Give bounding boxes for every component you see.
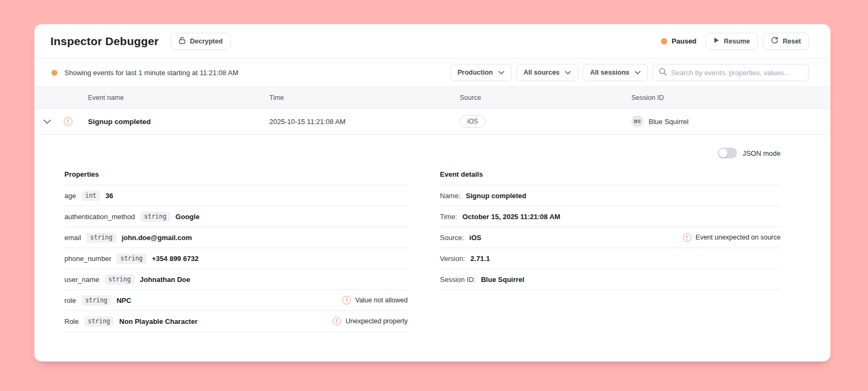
event-details-panel: JSON mode Properties age int 36 authenti… xyxy=(34,135,830,332)
property-value: Google xyxy=(175,213,200,221)
warning-text: Unexpected property xyxy=(345,317,408,325)
json-mode-label: JSON mode xyxy=(742,149,781,157)
detail-label: Source: xyxy=(440,234,464,242)
property-value: Johnathan Doe xyxy=(140,276,190,284)
warning-text: Value not allowed xyxy=(355,296,408,304)
event-details-heading: Event details xyxy=(440,170,781,185)
property-key: Role xyxy=(64,317,79,325)
event-name-cell: Signup completed xyxy=(88,118,269,126)
property-row-email: email string john.doe@gmail.com xyxy=(64,227,408,248)
property-warning: Unexpected property xyxy=(333,317,408,325)
column-time: Time xyxy=(269,94,460,102)
property-value: 36 xyxy=(105,192,113,200)
warning-icon xyxy=(342,296,351,305)
decrypted-button[interactable]: Decrypted xyxy=(171,33,231,50)
detail-row-version: Version: 2.71.1 xyxy=(440,248,781,269)
type-badge: string xyxy=(82,295,112,306)
source-badge: iOS xyxy=(460,115,486,128)
warning-icon xyxy=(333,317,341,325)
detail-label: Version: xyxy=(440,255,465,263)
property-key: authentication_method xyxy=(64,213,135,221)
column-session-id: Session ID xyxy=(631,94,830,102)
sources-dropdown-label: All sources xyxy=(524,69,560,76)
header-actions: Paused Resume Reset xyxy=(661,33,809,50)
resume-button[interactable]: Resume xyxy=(705,33,758,50)
resume-label: Resume xyxy=(724,38,750,45)
property-value: +354 899 6732 xyxy=(152,255,198,263)
type-badge: string xyxy=(116,254,146,264)
detail-value: Signup completed xyxy=(466,192,526,200)
source-cell: iOS xyxy=(460,115,631,128)
properties-heading: Properties xyxy=(64,170,408,185)
property-row-phone-number: phone_number string +354 899 6732 xyxy=(64,248,408,269)
unlock-icon xyxy=(179,37,186,46)
event-details-section: Event details Name: Signup completed Tim… xyxy=(440,170,781,290)
session-avatar: BS xyxy=(631,115,643,127)
property-value: Non Playable Character xyxy=(119,317,197,325)
column-source: Source xyxy=(460,94,631,102)
sessions-dropdown-label: All sessions xyxy=(590,69,629,76)
environment-dropdown-label: Production xyxy=(458,69,493,76)
property-row-role-capitalized: Role string Non Playable Character Unexp… xyxy=(64,311,408,332)
session-cell: BS Blue Squirrel xyxy=(631,115,830,127)
session-name: Blue Squirrel xyxy=(649,118,688,126)
environment-dropdown[interactable]: Production xyxy=(450,64,512,81)
detail-warning: Event unexpected on source xyxy=(683,233,781,242)
property-warning: Value not allowed xyxy=(342,296,408,305)
filter-controls: Production All sources All sessions xyxy=(450,64,809,81)
play-icon xyxy=(713,37,719,45)
detail-label: Time: xyxy=(440,213,457,221)
row-controls xyxy=(34,117,88,126)
type-badge: string xyxy=(84,316,114,327)
search-box xyxy=(652,64,809,81)
property-key: age xyxy=(64,192,76,200)
app-header: Inspector Debugger Decrypted Paused Resu… xyxy=(34,24,830,59)
paused-dot-icon xyxy=(661,38,667,45)
search-input[interactable] xyxy=(671,69,803,77)
status-label: Paused xyxy=(672,37,696,45)
column-event-name: Event name xyxy=(88,94,269,102)
detail-row-source: Source: iOS Event unexpected on source xyxy=(440,227,781,248)
collapse-chevron-icon[interactable] xyxy=(43,119,51,124)
search-icon xyxy=(659,68,667,78)
chevron-down-icon xyxy=(565,69,571,76)
detail-value: October 15, 2025 11:21:08 AM xyxy=(462,213,560,221)
detail-row-session-id: Session ID: Blue Squirrel xyxy=(440,269,781,290)
row-warning-icon xyxy=(64,117,72,126)
reset-button[interactable]: Reset xyxy=(763,33,809,50)
detail-label: Name: xyxy=(440,192,460,200)
toggle-knob xyxy=(719,149,727,157)
type-badge: string xyxy=(86,233,116,243)
json-mode-toggle[interactable] xyxy=(718,148,737,158)
property-key: user_name xyxy=(64,276,99,284)
sources-dropdown[interactable]: All sources xyxy=(516,64,578,81)
table-header: Event name Time Source Session ID xyxy=(34,87,830,108)
inspector-card: Inspector Debugger Decrypted Paused Resu… xyxy=(34,24,830,361)
warning-text: Event unexpected on source xyxy=(696,234,781,241)
table-row[interactable]: Signup completed 2025-10-15 11:21:08 AM … xyxy=(34,108,830,135)
property-key: role xyxy=(64,296,76,305)
property-row-user-name: user_name string Johnathan Doe xyxy=(64,269,408,290)
sessions-dropdown[interactable]: All sessions xyxy=(583,64,648,81)
json-mode-row: JSON mode xyxy=(64,148,781,158)
showing-events-text: Showing events for last 1 minute startin… xyxy=(64,69,238,77)
detail-value: iOS xyxy=(469,234,481,242)
chevron-down-icon xyxy=(635,69,641,76)
detail-row-name: Name: Signup completed xyxy=(440,185,781,206)
detail-label: Session ID: xyxy=(440,276,475,284)
chevron-down-icon xyxy=(498,69,504,76)
property-row-authentication-method: authentication_method string Google xyxy=(64,206,408,227)
property-value: NPC xyxy=(116,296,131,305)
detail-value: 2.71.1 xyxy=(470,255,490,263)
warning-icon xyxy=(683,233,692,242)
properties-panel: Properties age int 36 authentication_met… xyxy=(64,170,408,332)
refresh-icon xyxy=(771,37,778,46)
detail-value: Blue Squirrel xyxy=(481,276,524,284)
property-value: john.doe@gmail.com xyxy=(122,234,192,242)
property-row-age: age int 36 xyxy=(64,185,408,206)
live-dot-icon xyxy=(52,70,57,76)
decrypted-label: Decrypted xyxy=(190,38,223,45)
time-cell: 2025-10-15 11:21:08 AM xyxy=(269,118,460,126)
property-key: phone_number xyxy=(64,255,111,263)
type-badge: string xyxy=(105,274,135,285)
